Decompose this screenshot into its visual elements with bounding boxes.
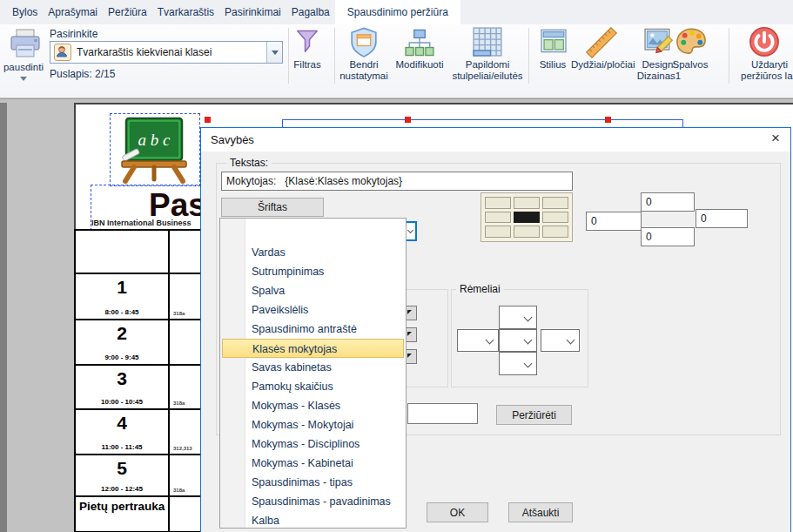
align-cell[interactable] [485,197,511,209]
selection-handle[interactable] [605,117,611,123]
align-cell[interactable] [514,226,540,238]
extra-columns-label: Papildomi stulpeliai/eilutės [447,59,528,82]
layout-style-icon [540,28,568,54]
dropdown-item-selected[interactable]: Klasės mokytojas [222,339,404,358]
tab-spausdinimo-perziura[interactable]: Spausdinimo peržiūra [335,0,460,24]
print-label: pausdinti [0,62,47,73]
style-label: Stilius [532,59,574,71]
lesson-time: 8:00 - 8:45 [76,308,168,316]
menu-bar: Bylos Aprašymai Peržiūra Tvarkaraštis Pa… [0,0,793,24]
selection-handle[interactable] [405,117,411,123]
dropdown-item[interactable]: Kalba [220,511,406,529]
modify-label: Modifikuoti [388,59,451,71]
margin-top-input[interactable] [641,192,695,212]
dropdown-item[interactable]: Paveikslėlis [220,300,406,320]
align-cell[interactable] [514,197,540,209]
lesson-number: 4 [76,413,168,434]
dropdown-item[interactable]: Mokymas - Kabinetai [220,454,406,473]
print-dropdown-arrow-icon[interactable] [20,77,27,81]
align-cell[interactable] [542,212,568,224]
border-top-select[interactable] [499,306,537,329]
border-left-select[interactable] [457,329,499,352]
dropdown-item[interactable]: Sutrumpinimas [220,262,406,281]
palette-icon [675,26,708,57]
close-preview-button[interactable]: Uždaryti peržiūros lan [732,24,793,98]
preview-button-label: Peržiūrėti [512,409,556,421]
page-status: Puslapis: 2/15 [50,69,115,80]
margin-right-input[interactable] [696,209,748,228]
dropdown-item[interactable]: Mokymas - Disciplinos [220,434,406,454]
dropdown-item[interactable]: Mokymas - Klasės [220,396,406,415]
preview-value-input[interactable] [407,403,478,424]
timetable-select-arrow[interactable] [266,42,282,63]
dropdown-item[interactable]: Spalva [220,281,406,300]
menu-item-perziura[interactable]: Peržiūra [103,0,152,24]
margin-left-input[interactable] [586,212,642,231]
ok-button[interactable]: OK [427,502,488,522]
text-group-label: Tekstas: [226,157,272,169]
align-cell-selected[interactable] [514,212,540,224]
border-center-select[interactable] [499,329,537,352]
menu-item-aprasymai[interactable]: Aprašymai [43,0,103,24]
dropdown-item[interactable]: Vardas [220,243,406,262]
filter-button[interactable]: Filtras [284,24,331,98]
dialog-titlebar[interactable]: Savybės × [201,128,790,152]
general-settings-label: Bendri nustatymai [335,59,393,82]
align-cell[interactable] [485,226,511,238]
font-button[interactable]: Šriftas [221,198,324,217]
dropdown-item[interactable]: Spausdinimas - pavadinimas [220,492,406,511]
menu-item-bylos[interactable]: Bylos [7,0,43,24]
cancel-button[interactable]: Atšaukti [508,502,573,522]
app-window: Bylos Aprašymai Peržiūra Tvarkaraštis Pa… [0,0,793,532]
style-button[interactable]: Stilius [532,24,574,98]
general-settings-button[interactable]: Bendri nustatymai [335,24,393,98]
lesson-room: 312,313 [173,446,192,451]
margin-bottom-input[interactable] [641,227,695,246]
ok-button-label: OK [450,507,465,519]
dropdown-item[interactable]: Spausdinimas - tipas [220,473,406,492]
lesson-room: 318a [173,488,185,493]
page-subtitle: IBN International Business [91,219,192,227]
lesson-room: 318a [173,401,185,406]
lesson-number: 2 [76,323,168,344]
timetable-select[interactable]: Tvarkaraštis kiekvienai klasei [50,41,283,64]
selection-handle[interactable] [205,117,211,123]
menu-item-tvarkarastis[interactable]: Tvarkaraštis [152,0,219,24]
align-cell[interactable] [485,212,511,224]
dropdown-item[interactable]: Savas kabinetas [220,358,406,377]
ruler-icon [581,24,622,61]
field-dropdown-list: Vardas Sutrumpinimas Spalva Paveikslėlis… [219,218,407,529]
preview-button[interactable]: Peržiūrėti [496,405,572,425]
close-icon[interactable]: × [771,130,780,147]
border-right-select[interactable] [541,329,580,352]
modify-button[interactable]: Modifikuoti [388,24,451,98]
lesson-number: 3 [76,368,168,389]
menu-item-pagalba[interactable]: Pagalba [286,0,335,24]
colors-button[interactable]: Spalvos [667,24,714,98]
border-bottom-select[interactable] [499,352,537,375]
sizes-button[interactable]: Dydžiai/pločiai [571,24,634,98]
lesson-number: 1 [76,277,168,298]
close-preview-label: Uždaryti peržiūros lan [732,59,793,82]
dropdown-item[interactable]: Pamokų skaičius [220,377,406,396]
cancel-button-label: Atšaukti [522,507,560,519]
lesson-room: 318a [173,311,185,316]
lesson-time: 11:00 - 11:45 [76,443,168,451]
extra-columns-button[interactable]: Papildomi stulpeliai/eilutės [447,24,528,98]
text-value-input[interactable] [221,172,573,191]
chalkboard-icon: a b c [118,116,190,184]
menu-item-pasirinkimai[interactable]: Pasirinkimai [219,0,286,24]
dropdown-item[interactable]: Spausdinimo antraštė [220,320,406,339]
lesson-time: 12:00 - 12:45 [76,485,168,493]
align-cell[interactable] [542,197,568,209]
org-chart-icon [404,28,435,57]
printer-icon [9,29,42,60]
colors-label: Spalvos [667,59,714,71]
lesson-time: 9:00 - 9:45 [76,354,168,361]
dropdown-item[interactable]: Mokymas - Mokytojai [220,415,406,434]
align-cell[interactable] [542,226,568,238]
shield-icon [349,27,379,58]
print-button[interactable]: pausdinti [0,24,47,98]
logo-element[interactable]: a b c [110,113,200,186]
logo-letters: a b c [138,131,171,149]
